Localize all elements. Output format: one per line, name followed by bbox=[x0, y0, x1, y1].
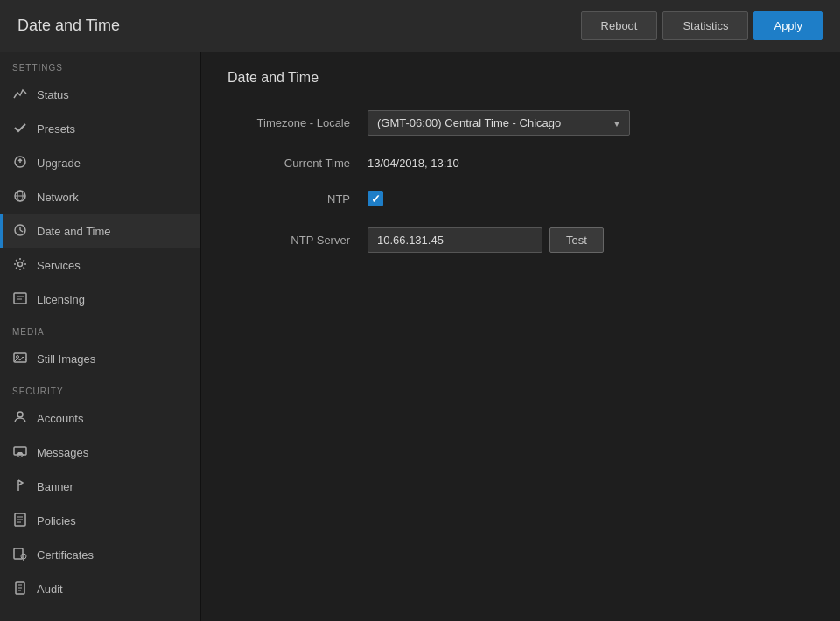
ntp-server-row: NTP Server Test bbox=[228, 227, 814, 253]
main-content: Date and Time Timezone - Locale (GMT-06:… bbox=[201, 52, 840, 621]
svg-point-13 bbox=[18, 412, 23, 417]
audit-icon bbox=[12, 581, 28, 597]
sidebar-item-still-images-label: Still Images bbox=[37, 352, 95, 366]
sidebar-item-date-and-time[interactable]: Date and Time bbox=[0, 214, 200, 248]
current-time-value: 13/04/2018, 13:10 bbox=[368, 157, 459, 170]
gear-icon bbox=[12, 257, 28, 274]
timezone-dropdown-wrapper: (GMT-06:00) Central Time - Chicago bbox=[368, 110, 630, 136]
licensing-icon bbox=[12, 291, 28, 308]
check-icon bbox=[12, 121, 28, 137]
sidebar-item-policies[interactable]: Policies bbox=[0, 504, 200, 538]
ntp-label: NTP bbox=[228, 192, 368, 206]
sidebar-item-network-label: Network bbox=[37, 191, 79, 204]
svg-line-6 bbox=[20, 230, 23, 232]
sidebar-item-upgrade[interactable]: Upgrade bbox=[0, 146, 200, 180]
current-time-label: Current Time bbox=[228, 157, 368, 170]
apply-button[interactable]: Apply bbox=[753, 11, 822, 40]
page-title: Date and Time bbox=[18, 17, 581, 35]
ntp-server-label: NTP Server bbox=[228, 234, 368, 247]
sidebar-item-policies-label: Policies bbox=[37, 514, 76, 527]
sidebar-item-status-label: Status bbox=[37, 88, 69, 101]
sidebar-item-date-and-time-label: Date and Time bbox=[37, 225, 111, 238]
network-icon bbox=[12, 189, 28, 206]
sidebar-item-messages[interactable]: Messages bbox=[0, 436, 200, 470]
sidebar-item-network[interactable]: Network bbox=[0, 180, 200, 214]
accounts-icon bbox=[12, 410, 28, 427]
layout: SETTINGS Status Presets Upgrade bbox=[0, 52, 840, 621]
svg-point-7 bbox=[18, 262, 23, 267]
svg-point-20 bbox=[21, 554, 26, 559]
settings-section-label: SETTINGS bbox=[0, 52, 200, 78]
sidebar-item-status[interactable]: Status bbox=[0, 78, 200, 112]
media-section-label: MEDIA bbox=[0, 317, 200, 342]
sidebar-item-banner[interactable]: Banner bbox=[0, 470, 200, 504]
sidebar-item-presets[interactable]: Presets bbox=[0, 112, 200, 146]
chart-icon bbox=[12, 87, 28, 103]
security-section-label: SECURITY bbox=[0, 376, 200, 401]
upgrade-icon bbox=[12, 155, 28, 171]
ntp-checkbox[interactable] bbox=[368, 191, 383, 206]
sidebar-item-banner-label: Banner bbox=[37, 480, 74, 493]
sidebar-item-still-images[interactable]: Still Images bbox=[0, 342, 200, 376]
sidebar-item-certificates-label: Certificates bbox=[37, 548, 94, 562]
svg-point-12 bbox=[17, 356, 19, 359]
sidebar-item-audit[interactable]: Audit bbox=[0, 572, 200, 606]
ntp-server-input-group: Test bbox=[368, 227, 604, 253]
clock-icon bbox=[12, 223, 28, 240]
sidebar-item-certificates[interactable]: Certificates bbox=[0, 538, 200, 572]
main-page-title: Date and Time bbox=[228, 70, 814, 86]
banner-icon bbox=[12, 478, 28, 495]
image-icon bbox=[12, 351, 28, 367]
sidebar-item-services[interactable]: Services bbox=[0, 248, 200, 283]
sidebar-item-licensing[interactable]: Licensing bbox=[0, 283, 200, 317]
ntp-row: NTP bbox=[228, 191, 814, 206]
timezone-label: Timezone - Locale bbox=[228, 116, 368, 129]
test-button[interactable]: Test bbox=[550, 227, 604, 253]
sidebar-item-presets-label: Presets bbox=[37, 122, 75, 136]
sidebar-item-messages-label: Messages bbox=[37, 446, 88, 459]
current-time-row: Current Time 13/04/2018, 13:10 bbox=[228, 157, 814, 170]
svg-rect-8 bbox=[14, 293, 26, 304]
sidebar-item-accounts[interactable]: Accounts bbox=[0, 401, 200, 436]
messages-icon bbox=[12, 444, 28, 461]
header-buttons: Reboot Statistics Apply bbox=[581, 11, 822, 40]
sidebar-item-accounts-label: Accounts bbox=[37, 412, 83, 425]
header: Date and Time Reboot Statistics Apply bbox=[0, 0, 840, 52]
sidebar-item-audit-label: Audit bbox=[37, 583, 63, 596]
policies-icon bbox=[12, 513, 28, 529]
sidebar-item-upgrade-label: Upgrade bbox=[37, 157, 80, 170]
sidebar-item-licensing-label: Licensing bbox=[37, 293, 85, 306]
sidebar-item-services-label: Services bbox=[37, 259, 80, 272]
statistics-button[interactable]: Statistics bbox=[662, 11, 748, 40]
sidebar: SETTINGS Status Presets Upgrade bbox=[0, 52, 201, 621]
timezone-select[interactable]: (GMT-06:00) Central Time - Chicago bbox=[368, 110, 630, 136]
reboot-button[interactable]: Reboot bbox=[581, 11, 658, 40]
timezone-row: Timezone - Locale (GMT-06:00) Central Ti… bbox=[228, 110, 814, 136]
certificates-icon bbox=[12, 547, 28, 563]
ntp-server-input[interactable] bbox=[368, 227, 542, 253]
